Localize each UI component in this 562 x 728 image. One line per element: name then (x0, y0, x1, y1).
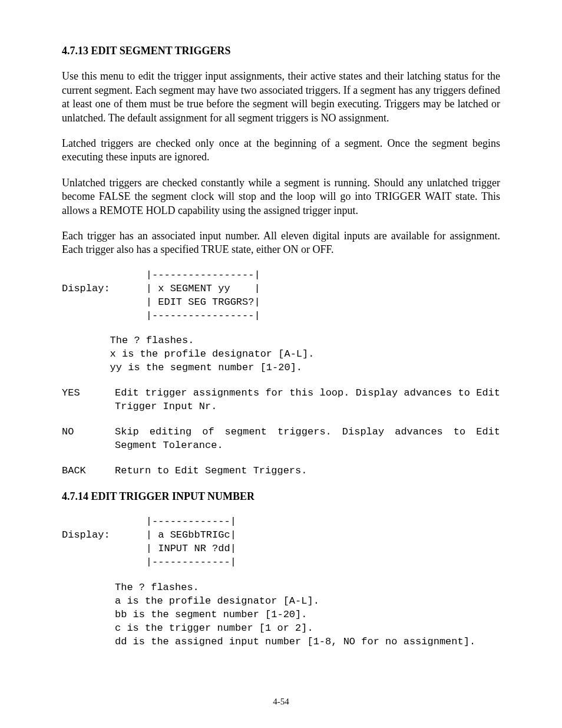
option-no-label: NO (62, 426, 115, 453)
paragraph-intro: Use this menu to edit the trigger input … (62, 70, 500, 125)
page-number: 4-54 (62, 696, 500, 708)
display-panel-2: |-------------| Display: | a SEGbbTRIGc|… (62, 515, 500, 569)
paragraph-latched: Latched triggers are checked only once a… (62, 137, 500, 164)
paragraph-input-number: Each trigger has an associated input num… (62, 229, 500, 257)
option-back-desc: Return to Edit Segment Triggers. (115, 465, 500, 478)
paragraph-unlatched: Unlatched triggers are checked constantl… (62, 176, 500, 218)
display-2-notes: The ? flashes. a is the profile designat… (62, 581, 500, 649)
section-heading-4-7-14: 4.7.14 EDIT TRIGGER INPUT NUMBER (62, 490, 500, 503)
section-heading-4-7-13: 4.7.13 EDIT SEGMENT TRIGGERS (62, 44, 500, 58)
option-yes-desc: Edit trigger assignments for this loop. … (115, 387, 500, 414)
option-yes-row: YES Edit trigger assignments for this lo… (62, 387, 500, 414)
option-back-label: BACK (62, 465, 115, 478)
option-back-row: BACK Return to Edit Segment Triggers. (62, 465, 500, 478)
option-no-desc: Skip editing of segment triggers. Displa… (115, 426, 500, 453)
display-1-notes: The ? flashes. x is the profile designat… (62, 334, 500, 375)
option-no-row: NO Skip editing of segment triggers. Dis… (62, 426, 500, 453)
display-panel-1: |-----------------| Display: | x SEGMENT… (62, 269, 500, 323)
option-yes-label: YES (62, 387, 115, 414)
